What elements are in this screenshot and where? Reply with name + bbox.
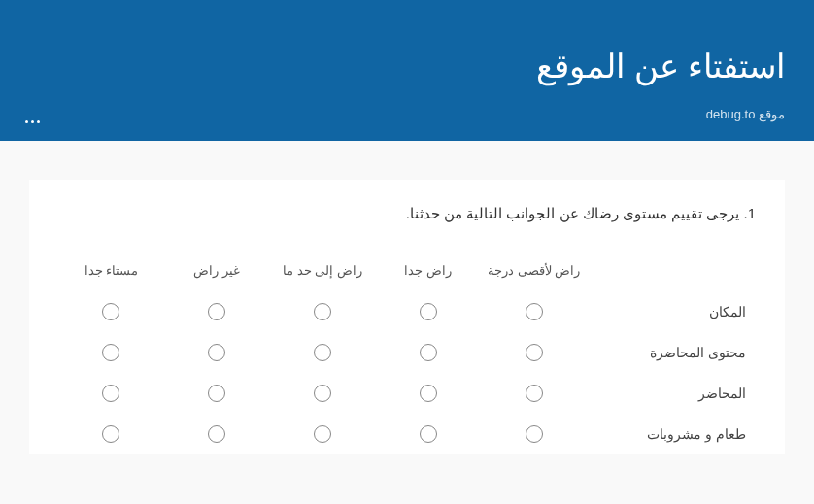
question-number: 1. <box>743 205 756 221</box>
column-header: راض إلى حد ما <box>270 255 376 291</box>
question-body: يرجى تقييم مستوى رضاك عن الجوانب التالية… <box>406 205 740 221</box>
column-header: راض لأقصى درجة <box>481 255 587 291</box>
radio-cell <box>481 373 587 414</box>
rating-radio[interactable] <box>526 344 543 361</box>
rating-radio[interactable] <box>314 385 331 402</box>
column-header: راض جدا <box>375 255 481 291</box>
row-label: المحاضر <box>587 374 756 413</box>
radio-cell <box>58 332 164 373</box>
rating-radio[interactable] <box>314 303 331 320</box>
rating-radio[interactable] <box>420 344 437 361</box>
rating-radio[interactable] <box>208 425 225 443</box>
radio-cell <box>58 291 164 332</box>
rating-radio[interactable] <box>526 303 543 320</box>
more-options-icon[interactable] <box>19 115 46 129</box>
form-header: استفتاء عن الموقع موقع debug.to <box>0 0 814 141</box>
radio-cell <box>58 414 164 454</box>
radio-cell <box>481 291 587 332</box>
rating-radio[interactable] <box>314 344 331 361</box>
rating-radio[interactable] <box>102 303 119 320</box>
row-label: طعام و مشروبات <box>587 415 756 454</box>
radio-cell <box>270 373 376 414</box>
rating-radio[interactable] <box>420 385 437 402</box>
radio-cell <box>481 332 587 373</box>
radio-cell <box>58 373 164 414</box>
rating-radio[interactable] <box>526 385 543 402</box>
radio-cell <box>270 332 376 373</box>
radio-cell <box>375 332 481 373</box>
column-header: مستاء جدا <box>58 255 164 291</box>
rating-radio[interactable] <box>526 425 543 443</box>
rating-radio[interactable] <box>420 425 437 443</box>
rating-radio[interactable] <box>314 425 331 443</box>
likert-grid: راض لأقصى درجة راض جدا راض إلى حد ما غير… <box>58 255 756 454</box>
rating-radio[interactable] <box>102 385 119 402</box>
rating-radio[interactable] <box>208 303 225 320</box>
rating-radio[interactable] <box>208 385 225 402</box>
form-subtitle: موقع debug.to <box>29 107 785 121</box>
row-label: المكان <box>587 292 756 331</box>
radio-cell <box>270 414 376 454</box>
radio-cell <box>481 414 587 454</box>
rating-radio[interactable] <box>420 303 437 320</box>
question-card: 1. يرجى تقييم مستوى رضاك عن الجوانب التا… <box>29 180 785 454</box>
radio-cell <box>270 291 376 332</box>
row-label: محتوى المحاضرة <box>587 333 756 372</box>
question-text: 1. يرجى تقييم مستوى رضاك عن الجوانب التا… <box>58 205 756 222</box>
column-header: غير راض <box>164 255 270 291</box>
radio-cell <box>164 291 270 332</box>
rating-radio[interactable] <box>208 344 225 361</box>
radio-cell <box>164 332 270 373</box>
rating-radio[interactable] <box>102 425 119 443</box>
form-title: استفتاء عن الموقع <box>29 47 785 85</box>
radio-cell <box>375 414 481 454</box>
radio-cell <box>375 373 481 414</box>
radio-cell <box>375 291 481 332</box>
radio-cell <box>164 373 270 414</box>
radio-cell <box>164 414 270 454</box>
rating-radio[interactable] <box>102 344 119 361</box>
